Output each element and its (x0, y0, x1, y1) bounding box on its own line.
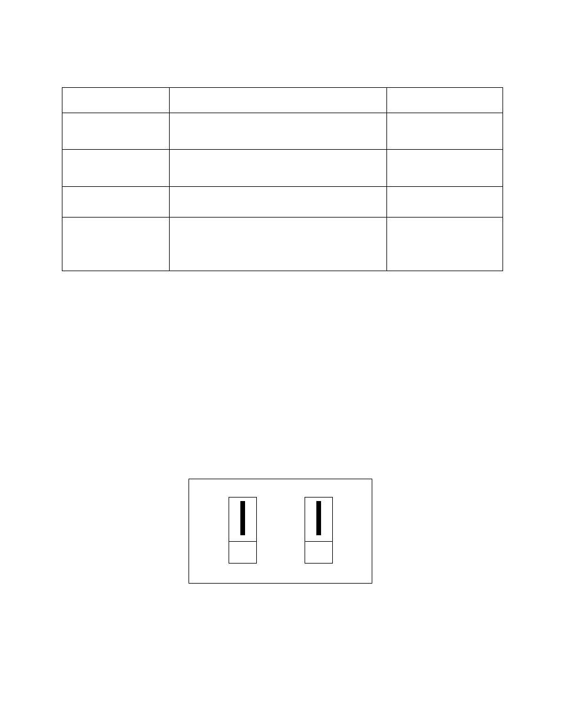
table-cell (62, 218, 170, 271)
table-row (62, 187, 503, 218)
table-cell (169, 113, 387, 150)
table-cell (387, 218, 503, 271)
switch-diagram (189, 479, 372, 584)
table-cell (387, 113, 503, 150)
table-row (62, 88, 503, 113)
table-cell (62, 88, 170, 113)
table-row (62, 113, 503, 150)
switch-label (229, 542, 256, 563)
table-cell (387, 187, 503, 218)
switch-lever-icon (316, 501, 321, 535)
page (0, 0, 562, 728)
table-cell (169, 88, 387, 113)
switch-slot (305, 498, 332, 542)
spec-table (62, 87, 503, 271)
table-cell (169, 150, 387, 187)
table-cell (169, 187, 387, 218)
switch-label (305, 542, 332, 563)
table-cell (169, 218, 387, 271)
table-cell (387, 88, 503, 113)
switch-lever-icon (240, 501, 245, 535)
table-cell (62, 187, 170, 218)
toggle-switch-icon (305, 497, 333, 564)
toggle-switch-icon (229, 497, 257, 564)
switch-slot (229, 498, 256, 542)
table-cell (62, 113, 170, 150)
table-cell (387, 150, 503, 187)
table-cell (62, 150, 170, 187)
table-row (62, 150, 503, 187)
table-row (62, 218, 503, 271)
